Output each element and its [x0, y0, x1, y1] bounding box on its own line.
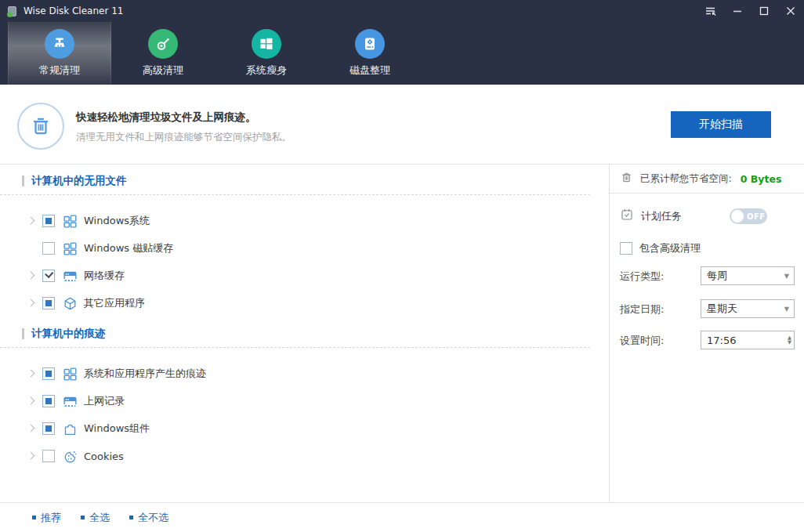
- tree-item-other-apps[interactable]: 其它应用程序: [0, 295, 145, 312]
- tree-item-label: Windows组件: [84, 422, 150, 436]
- section-title: 计算机中的无用文件: [31, 174, 127, 188]
- run-type-row: 运行类型: 每周 ▼: [610, 266, 804, 287]
- chevron-right-icon[interactable]: [28, 425, 36, 432]
- bullet-icon: [81, 516, 85, 519]
- checkbox[interactable]: [42, 422, 55, 435]
- chevron-right-icon[interactable]: [28, 272, 36, 280]
- section-bar: [22, 328, 24, 339]
- chevron-right-icon[interactable]: [28, 370, 36, 378]
- tree-item-browsing-history[interactable]: 上网记录: [0, 393, 125, 410]
- select-all-link[interactable]: 全选: [81, 511, 110, 525]
- tree-item-cookies[interactable]: Cookies: [0, 447, 124, 465]
- hard-disk-icon: [355, 29, 385, 59]
- scheduled-task-label: 计划任务: [641, 209, 682, 223]
- toggle-state-label: OFF: [747, 212, 766, 221]
- cleanup-tree: 计算机中的无用文件 Windows系统: [0, 165, 609, 502]
- tab-label: 常规清理: [39, 63, 80, 78]
- date-value: 星期天: [707, 302, 737, 316]
- tree-item-label: Windows 磁贴缓存: [84, 241, 173, 255]
- checkbox[interactable]: [42, 242, 55, 255]
- calendar-check-icon: [620, 208, 634, 225]
- checkbox[interactable]: [42, 367, 55, 380]
- chevron-right-icon[interactable]: [28, 452, 36, 460]
- windows-tiles-icon: [62, 241, 78, 256]
- tree-item-network-cache[interactable]: 网络缓存: [0, 267, 125, 284]
- tree-item-label: 网络缓存: [84, 269, 125, 283]
- checkbox[interactable]: [42, 450, 55, 462]
- browser-cache-icon: [62, 268, 78, 284]
- select-none-link[interactable]: 全不选: [129, 511, 168, 525]
- run-type-value: 每周: [707, 269, 727, 283]
- start-scan-button[interactable]: 开始扫描: [671, 111, 771, 138]
- schedule-toggle[interactable]: OFF: [730, 208, 767, 224]
- chevron-right-icon[interactable]: [28, 299, 36, 307]
- close-button[interactable]: [777, 0, 804, 22]
- tree-item-label: Cookies: [84, 451, 124, 462]
- link-label: 全不选: [138, 511, 168, 525]
- date-row: 指定日期: 星期天 ▼: [610, 299, 804, 320]
- header-title: 快速轻松地清理垃圾文件及上网痕迹。: [76, 110, 256, 125]
- tab-advanced-clean[interactable]: 高级清理: [111, 22, 215, 85]
- time-row: 设置时间: 17:56 ▲▼: [610, 331, 804, 351]
- tree-item-windows-system[interactable]: Windows系统: [0, 212, 150, 230]
- checkbox[interactable]: [620, 242, 632, 255]
- chevron-right-icon[interactable]: [28, 397, 36, 405]
- cookie-icon: [62, 448, 78, 464]
- tab-system-slim[interactable]: 系统瘦身: [215, 22, 318, 85]
- window-title: Wise Disk Cleaner 11: [24, 5, 123, 16]
- header-subtitle: 清理无用文件和上网痕迹能够节省空间保护隐私。: [76, 131, 292, 144]
- bullet-icon: [129, 516, 133, 519]
- recommend-link[interactable]: 推荐: [32, 511, 61, 525]
- schedule-panel: 已累计帮您节省空间: 0 Bytes 计划任务 OFF 包含高级清理: [609, 165, 804, 502]
- checkbox[interactable]: [42, 395, 55, 407]
- checkbox[interactable]: [42, 215, 55, 227]
- page-header: 快速轻松地清理垃圾文件及上网痕迹。 清理无用文件和上网痕迹能够节省空间保护隐私。…: [0, 85, 804, 165]
- section-header-traces: 计算机中的痕迹: [22, 327, 106, 341]
- tree-item-label: 系统和应用程序产生的痕迹: [84, 367, 206, 381]
- broom-icon: [45, 29, 74, 59]
- trash-circle-icon: [17, 103, 64, 150]
- chevron-right-icon[interactable]: [28, 217, 36, 225]
- dashed-divider: [0, 194, 590, 195]
- include-advanced-label: 包含高级清理: [639, 241, 701, 255]
- main-nav: 常规清理 高级清理 系统瘦身: [0, 22, 804, 85]
- time-spinner[interactable]: 17:56 ▲▼: [701, 331, 795, 349]
- tab-disk-defrag[interactable]: 磁盘整理: [318, 22, 422, 85]
- saved-space-value: 0 Bytes: [741, 173, 782, 185]
- tab-common-clean[interactable]: 常规清理: [8, 22, 111, 85]
- tree-item-label: 其它应用程序: [84, 296, 145, 310]
- chevron-right-icon[interactable]: [28, 244, 36, 252]
- link-label: 全选: [89, 511, 110, 525]
- date-label: 指定日期:: [620, 302, 664, 317]
- chevron-down-icon: ▼: [784, 306, 789, 313]
- time-label: 设置时间:: [620, 334, 664, 348]
- section-header-junk-files: 计算机中的无用文件: [22, 174, 127, 188]
- bullet-icon: [32, 516, 36, 519]
- minimize-button[interactable]: [724, 0, 751, 22]
- cube-icon: [62, 295, 78, 311]
- dashed-divider: [0, 347, 590, 348]
- tab-label: 磁盘整理: [349, 63, 390, 78]
- tree-item-windows-tile-cache[interactable]: Windows 磁贴缓存: [0, 240, 173, 257]
- date-select[interactable]: 星期天 ▼: [701, 299, 795, 318]
- checkbox[interactable]: [42, 297, 55, 309]
- main-menu-button[interactable]: [697, 0, 724, 22]
- wise-disk-cleaner-window: Wise Disk Cleaner 11: [0, 0, 804, 532]
- tree-item-label: Windows系统: [84, 214, 150, 228]
- spinner-arrows-icon[interactable]: ▲▼: [788, 335, 791, 345]
- link-label: 推荐: [41, 511, 61, 525]
- run-type-label: 运行类型:: [620, 270, 664, 284]
- checkbox[interactable]: [42, 270, 55, 282]
- windows-logo-icon: [252, 29, 281, 59]
- include-advanced-row: 包含高级清理: [610, 240, 804, 257]
- app-icon: [6, 5, 18, 17]
- saved-space-row: 已累计帮您节省空间: 0 Bytes: [610, 165, 804, 194]
- windows-tiles-icon: [62, 213, 78, 229]
- tree-item-label: 上网记录: [84, 394, 125, 408]
- snail-cleaner-icon: [148, 29, 178, 59]
- toggle-knob: [731, 210, 744, 223]
- tree-item-system-app-traces[interactable]: 系统和应用程序产生的痕迹: [0, 365, 206, 382]
- run-type-select[interactable]: 每周 ▼: [701, 266, 795, 285]
- tree-item-windows-components[interactable]: Windows组件: [0, 420, 150, 437]
- maximize-button[interactable]: [751, 0, 777, 22]
